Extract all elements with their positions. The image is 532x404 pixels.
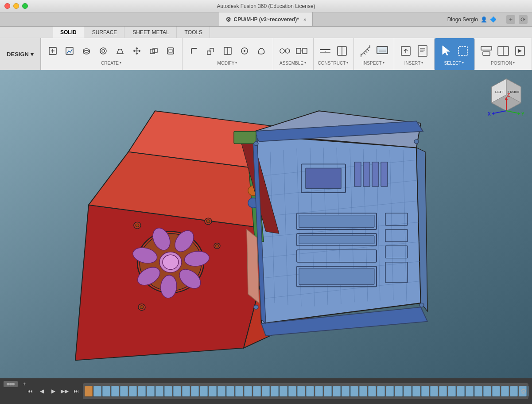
timeline-item[interactable] — [280, 386, 287, 396]
tab-solid[interactable]: SOLID — [53, 27, 84, 38]
scale-button[interactable] — [203, 43, 219, 59]
new-component-button[interactable] — [45, 43, 61, 59]
viewport[interactable]: LEFT FRONT Z Y X — [0, 70, 532, 378]
timeline-item[interactable] — [155, 386, 163, 396]
insert-arrow-icon[interactable]: ▾ — [420, 60, 424, 66]
timeline-item[interactable] — [173, 386, 181, 396]
timeline-item[interactable] — [377, 386, 385, 396]
design-dropdown-button[interactable]: DESIGN ▾ — [0, 38, 41, 70]
timeline-item[interactable] — [200, 386, 208, 396]
timeline-add-button[interactable]: + — [19, 379, 29, 389]
timeline-item[interactable] — [182, 386, 190, 396]
timeline-item[interactable] — [430, 386, 438, 396]
timeline-item[interactable] — [288, 386, 296, 396]
timeline-item[interactable] — [120, 386, 128, 396]
timeline-item[interactable] — [501, 386, 509, 396]
tab-close-icon[interactable]: × — [303, 17, 306, 22]
tab-surface[interactable]: SURFACE — [85, 27, 125, 38]
timeline-item[interactable] — [244, 386, 252, 396]
timeline-item[interactable] — [111, 386, 119, 396]
timeline-item[interactable] — [350, 386, 358, 396]
close-button[interactable] — [4, 3, 10, 9]
step-forward-button[interactable]: ▶▶ — [60, 386, 70, 396]
reload-button[interactable]: ⟳ — [519, 15, 528, 24]
timeline-item[interactable] — [510, 386, 518, 396]
offset-plane-button[interactable] — [317, 43, 333, 59]
inspect-arrow-icon[interactable]: ▾ — [382, 60, 385, 66]
timeline-item[interactable] — [209, 386, 217, 396]
modify-arrow-icon[interactable]: ▾ — [234, 60, 238, 66]
revolve-button[interactable] — [95, 43, 111, 59]
timeline-item[interactable] — [102, 386, 110, 396]
timeline-item[interactable] — [253, 386, 261, 396]
combine-button[interactable] — [146, 43, 162, 59]
as-built-joint-button[interactable] — [294, 43, 310, 59]
timeline-item[interactable] — [404, 386, 412, 396]
extrude-button[interactable] — [78, 43, 94, 59]
create-sketch-button[interactable] — [62, 43, 78, 59]
shell-button[interactable] — [163, 43, 179, 59]
timeline-strip[interactable] — [83, 383, 528, 399]
measure-button[interactable] — [357, 43, 373, 59]
joint-button[interactable] — [277, 43, 293, 59]
fillet-button[interactable] — [186, 43, 202, 59]
timeline-item[interactable] — [359, 386, 367, 396]
position-extra-button[interactable] — [512, 43, 528, 59]
timeline-item[interactable] — [324, 386, 332, 396]
timeline-marker-start[interactable] — [85, 386, 93, 396]
timeline-item[interactable] — [306, 386, 314, 396]
timeline-item[interactable] — [474, 386, 482, 396]
press-pull-button[interactable] — [237, 43, 252, 59]
step-back-button[interactable]: ◀ — [37, 386, 47, 396]
insert-mcmaster-button[interactable] — [415, 43, 431, 59]
timeline-item[interactable] — [342, 386, 349, 396]
split-body-button[interactable] — [220, 43, 236, 59]
timeline-settings-icon[interactable]: ⚙ — [519, 386, 528, 396]
timeline-item[interactable] — [262, 386, 270, 396]
timeline-item[interactable] — [191, 386, 199, 396]
move-copy-button[interactable] — [129, 43, 145, 59]
timeline-item[interactable] — [421, 386, 429, 396]
axis-indicator[interactable]: LEFT FRONT Z Y X — [485, 74, 528, 117]
timeline-mode-button[interactable] — [4, 381, 18, 387]
timeline-item[interactable] — [333, 386, 341, 396]
timeline-item[interactable] — [448, 386, 456, 396]
position-arrow-icon[interactable]: ▾ — [512, 60, 516, 66]
timeline-item[interactable] — [271, 386, 279, 396]
tab-sheet-metal[interactable]: SHEET METAL — [125, 27, 176, 38]
timeline-item[interactable] — [226, 386, 234, 396]
timeline-item[interactable] — [395, 386, 403, 396]
timeline-item[interactable] — [315, 386, 323, 396]
timeline-item[interactable] — [492, 386, 500, 396]
select-arrow-icon[interactable]: ▾ — [461, 60, 465, 66]
select-window-button[interactable] — [455, 43, 471, 59]
timeline-item[interactable] — [138, 386, 146, 396]
minimize-button[interactable] — [13, 3, 19, 9]
timeline-item[interactable] — [164, 386, 172, 396]
assemble-arrow-icon[interactable]: ▾ — [303, 60, 307, 66]
construct-arrow-icon[interactable]: ▾ — [346, 60, 349, 66]
loft-button[interactable] — [112, 43, 128, 59]
play-button[interactable]: ▶ — [48, 386, 58, 396]
active-tab[interactable]: ⚙ CPU/M-IP (v3~recovered)* × — [219, 12, 313, 26]
display-settings-button[interactable] — [374, 43, 390, 59]
timeline-item[interactable] — [129, 386, 137, 396]
select-button[interactable] — [438, 43, 454, 59]
new-tab-button[interactable]: + — [506, 15, 515, 24]
timeline-item[interactable] — [235, 386, 243, 396]
timeline-item[interactable] — [412, 386, 420, 396]
maximize-button[interactable] — [22, 3, 28, 9]
timeline-item[interactable] — [466, 386, 474, 396]
timeline-item[interactable] — [93, 386, 101, 396]
timeline-item[interactable] — [217, 386, 225, 396]
timeline-item[interactable] — [368, 386, 376, 396]
insert-derive-button[interactable] — [398, 43, 414, 59]
position-panel-button[interactable] — [495, 43, 511, 59]
timeline-item[interactable] — [439, 386, 447, 396]
timeline-item[interactable] — [297, 386, 305, 396]
timeline-item[interactable] — [457, 386, 465, 396]
create-arrow-icon[interactable]: ▾ — [119, 60, 122, 66]
timeline-item[interactable] — [483, 386, 491, 396]
go-to-end-button[interactable]: ⏭ — [71, 386, 81, 396]
align-button[interactable] — [478, 43, 494, 59]
